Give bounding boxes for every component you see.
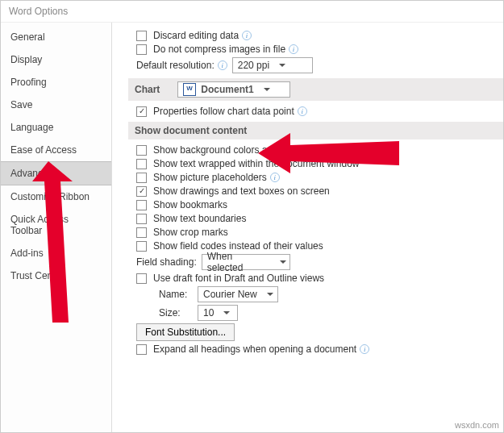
sidebar-item-quick-access-toolbar[interactable]: Quick Access Toolbar: [1, 208, 111, 242]
sidebar-item-add-ins[interactable]: Add-ins: [1, 242, 111, 264]
show-wrap-checkbox[interactable]: [136, 159, 147, 169]
info-icon[interactable]: i: [218, 60, 227, 70]
show-wrap-label: Show text wrapped within the document wi…: [153, 158, 359, 169]
discard-editing-label: Discard editing data: [153, 30, 239, 41]
show-text-boundaries-label: Show text boundaries: [153, 213, 246, 224]
chart-header-label: Chart: [135, 84, 160, 95]
discard-editing-checkbox[interactable]: [136, 31, 147, 41]
properties-follow-checkbox[interactable]: [136, 106, 147, 117]
sidebar-item-customize-ribbon[interactable]: Customize Ribbon: [1, 185, 111, 208]
show-bookmarks-label: Show bookmarks: [153, 199, 227, 210]
chart-document-dropdown[interactable]: Document1: [177, 81, 290, 98]
font-substitution-button[interactable]: Font Substitution...: [136, 323, 235, 341]
show-picture-placeholders-checkbox[interactable]: [136, 173, 147, 183]
sidebar-item-trust-center[interactable]: Trust Center: [1, 264, 111, 287]
chevron-down-icon: [264, 88, 270, 91]
default-resolution-dropdown[interactable]: 220 ppi: [232, 57, 313, 73]
info-icon[interactable]: i: [360, 344, 369, 354]
default-resolution-label: Default resolution:: [136, 60, 215, 71]
font-size-label: Size:: [159, 307, 193, 319]
window-title: Word Options: [1, 1, 503, 23]
use-draft-font-checkbox[interactable]: [136, 273, 147, 284]
info-icon[interactable]: i: [242, 31, 252, 40]
watermark: wsxdn.com: [455, 420, 499, 430]
show-field-codes-label: Show field codes instead of their values: [153, 240, 323, 252]
show-drawings-label: Show drawings and text boxes on screen: [153, 185, 330, 197]
show-background-checkbox[interactable]: [136, 145, 147, 156]
sidebar-item-save[interactable]: Save: [1, 94, 111, 116]
no-compress-label: Do not compress images in file: [153, 44, 285, 55]
field-shading-label: Field shading:: [136, 256, 197, 268]
font-size-dropdown[interactable]: 10: [198, 305, 238, 321]
chart-section-header: Chart Document1: [128, 78, 503, 101]
default-resolution-value: 220 ppi: [238, 60, 269, 71]
chevron-down-icon: [223, 311, 230, 314]
font-size-value: 10: [203, 307, 214, 319]
show-bookmarks-checkbox[interactable]: [136, 200, 147, 210]
expand-headings-label: Expand all headings when opening a docum…: [153, 343, 356, 355]
chevron-down-icon: [267, 293, 273, 296]
field-shading-dropdown[interactable]: When selected: [202, 254, 290, 270]
sidebar-item-language[interactable]: Language: [1, 116, 111, 139]
show-document-content-label: Show document content: [135, 125, 247, 136]
show-text-boundaries-checkbox[interactable]: [136, 214, 147, 224]
sidebar-item-ease-of-access[interactable]: Ease of Access: [1, 139, 111, 161]
sidebar-item-display[interactable]: Display: [1, 48, 111, 71]
expand-headings-checkbox[interactable]: [136, 344, 147, 355]
chart-document-value: Document1: [201, 84, 253, 95]
show-crop-marks-checkbox[interactable]: [136, 227, 147, 238]
use-draft-font-label: Use draft font in Draft and Outline view…: [153, 273, 324, 284]
show-document-content-header: Show document content: [128, 122, 503, 139]
info-icon[interactable]: i: [289, 44, 298, 54]
chevron-down-icon: [279, 64, 285, 67]
info-icon[interactable]: i: [270, 173, 280, 182]
font-name-dropdown[interactable]: Courier New: [198, 286, 278, 302]
properties-follow-label: Properties follow chart data point: [153, 106, 294, 117]
info-icon[interactable]: i: [298, 106, 307, 116]
show-picture-placeholders-label: Show picture placeholders: [153, 172, 267, 183]
sidebar-item-advanced[interactable]: Advanced: [1, 161, 111, 185]
document-icon: [183, 83, 196, 96]
show-crop-marks-label: Show crop marks: [153, 227, 228, 238]
font-name-label: Name:: [159, 289, 193, 300]
main-panel: Discard editing data i Do not compress i…: [112, 23, 503, 432]
show-background-label: Show background colors and images in Pri…: [153, 144, 398, 156]
show-drawings-checkbox[interactable]: [136, 186, 147, 197]
font-name-value: Courier New: [203, 289, 257, 300]
sidebar-item-proofing[interactable]: Proofing: [1, 71, 111, 94]
field-shading-value: When selected: [207, 251, 270, 273]
sidebar: General Display Proofing Save Language E…: [1, 23, 112, 432]
sidebar-item-general[interactable]: General: [1, 26, 111, 48]
no-compress-checkbox[interactable]: [136, 44, 147, 55]
chevron-down-icon: [280, 260, 286, 264]
show-field-codes-checkbox[interactable]: [136, 241, 147, 252]
